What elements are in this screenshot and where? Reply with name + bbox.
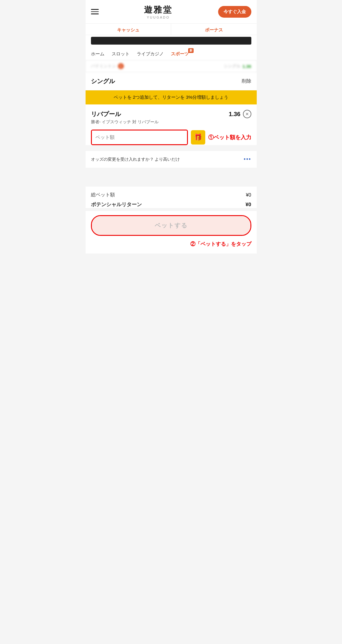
bet-amount-input[interactable]: [92, 130, 187, 144]
promo-banner: ベットを 2つ追加して、リターンを 3%分増額しましょう: [86, 90, 257, 104]
cash-tab[interactable]: キャッシュ: [86, 24, 171, 35]
delete-link[interactable]: 削除: [242, 78, 251, 84]
main-nav: ホーム スロット ライブカジノ スポーツ 新: [86, 48, 257, 60]
balance-tabs: キャッシュ ボーナス: [86, 24, 257, 35]
potential-return-row: ポテンシャルリターン ¥0: [91, 201, 251, 208]
section-title: シングル: [91, 77, 115, 85]
close-icon: ✕: [245, 112, 249, 116]
total-bet-label: 総ベット額: [91, 192, 115, 198]
odds-accept-text: オッズの変更を受け入れますか？ より高いだけ: [91, 157, 180, 162]
blurred-item-2: シングル 1.36: [224, 63, 251, 69]
blurred-badge-1: 1: [118, 63, 124, 69]
logo-roman: YUUGADO: [144, 16, 173, 19]
bet-button-container: ベットする: [86, 211, 257, 238]
odds-accept-row: オッズの変更を受け入れますか？ より高いだけ •••: [86, 151, 257, 168]
bet-odds: 1.36: [229, 111, 241, 118]
bonus-tab[interactable]: ボーナス: [171, 24, 257, 35]
blurred-text-1: バドミントン: [91, 63, 116, 69]
total-bet-value: ¥0: [246, 192, 251, 198]
odds-more-button[interactable]: •••: [244, 156, 251, 162]
nav-sports[interactable]: スポーツ 新: [171, 51, 189, 57]
balance-bar-area: [86, 35, 257, 48]
nav-live-casino[interactable]: ライブカジノ: [137, 51, 164, 57]
bet-team: リバプール: [91, 110, 121, 118]
bet-button-outer: ベットする: [91, 215, 251, 236]
bet-input-row: 🎁 ①ベット額を入力: [91, 130, 251, 145]
bet-match: 勝者- イプスウィッチ 対 リバプール: [91, 119, 251, 125]
potential-return-label: ポテンシャルリターン: [91, 201, 142, 208]
instruction-text: ②「ベットする」をタップ: [86, 238, 257, 253]
hamburger-menu[interactable]: [91, 9, 99, 14]
gift-icon: 🎁: [194, 133, 202, 141]
total-bet-row: 総ベット額 ¥0: [91, 192, 251, 198]
blurred-value-2: 1.36: [242, 64, 251, 69]
input-hint: ①ベット額を入力: [208, 134, 251, 141]
bet-input-wrapper: [91, 130, 188, 145]
potential-return-value: ¥0: [246, 202, 251, 208]
balance-bar-fill: [91, 37, 251, 45]
gift-button[interactable]: 🎁: [191, 130, 205, 145]
nav-home[interactable]: ホーム: [91, 51, 104, 57]
close-bet-button[interactable]: ✕: [243, 110, 251, 118]
bet-card: リバプール 1.36 ✕ 勝者- イプスウィッチ 対 リバプール 🎁 ①ベット額…: [86, 104, 257, 145]
summary-section: 総ベット額 ¥0 ポテンシャルリターン ¥0: [86, 186, 257, 208]
header: 遊雅堂 YUUGADO 今すぐ入金: [86, 0, 257, 24]
bet-odds-area: 1.36 ✕: [229, 110, 251, 118]
section-header: シングル 削除: [86, 72, 257, 90]
blurred-item-1: バドミントン 1: [91, 63, 124, 69]
nav-slots[interactable]: スロット: [112, 51, 130, 57]
logo-kanji: 遊雅堂: [144, 4, 173, 16]
blurred-text-2: シングル: [224, 63, 241, 69]
bet-submit-button[interactable]: ベットする: [92, 216, 250, 235]
sports-badge: 新: [188, 48, 194, 53]
spacer: [86, 168, 257, 186]
deposit-button[interactable]: 今すぐ入金: [218, 6, 251, 18]
bet-header: リバプール 1.36 ✕: [91, 110, 251, 118]
blurred-section: バドミントン 1 シングル 1.36: [86, 60, 257, 72]
logo: 遊雅堂 YUUGADO: [144, 4, 173, 19]
